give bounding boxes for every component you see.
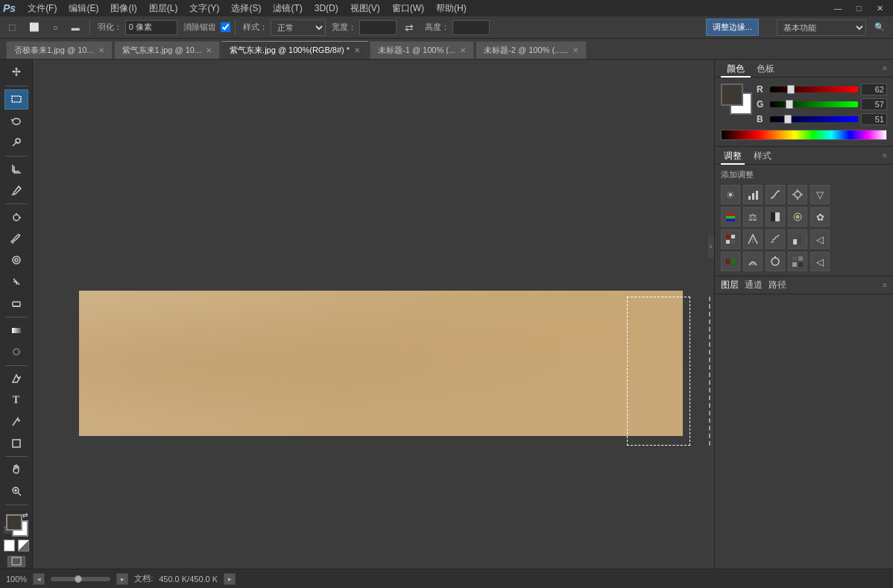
swap-colors[interactable]: ⇄ <box>22 511 28 519</box>
tab-1[interactable]: 紫气东来1.jpg @ 10... ✕ <box>114 41 221 59</box>
tab-2[interactable]: 紫气东来.jpg @ 100%(RGB/8#) * ✕ <box>221 41 368 59</box>
color-panel-collapse[interactable]: ≡ <box>883 64 887 72</box>
quickmask-mode[interactable] <box>18 540 29 551</box>
adj-hsl[interactable] <box>721 207 740 227</box>
zoom-tool[interactable] <box>4 481 28 502</box>
green-value[interactable] <box>861 98 887 110</box>
green-thumb[interactable] <box>786 100 793 109</box>
adj-vibrance[interactable]: ▽ <box>810 185 830 204</box>
adj-desaturate[interactable]: ◁ <box>810 252 830 271</box>
tab-3[interactable]: 未标题-1 @ 100% (... ✕ <box>370 41 474 59</box>
channels-tab[interactable]: 通道 <box>745 279 763 291</box>
menu-help[interactable]: 帮助(H) <box>430 0 473 16</box>
menu-view[interactable]: 视图(V) <box>344 0 386 16</box>
doc-info-arrow[interactable]: ▸ <box>224 573 236 585</box>
tab-0-close[interactable]: ✕ <box>98 46 104 54</box>
swap-wh-button[interactable]: ⇄ <box>400 19 419 37</box>
minimize-button[interactable]: — <box>827 0 848 16</box>
adj-colorbalance[interactable]: ⚖ <box>743 207 763 227</box>
anti-alias-checkbox[interactable] <box>221 22 230 32</box>
adj-shadows[interactable] <box>743 252 763 271</box>
adj-colorlookup[interactable] <box>721 230 740 249</box>
brush-tool[interactable] <box>4 229 28 249</box>
screen-mode[interactable] <box>7 556 25 567</box>
tool-options-rect[interactable]: ⬚ <box>3 19 21 37</box>
tool-options-ellipse[interactable]: ○ <box>48 19 63 37</box>
adj-curves[interactable] <box>766 185 785 204</box>
eyedropper-tool[interactable] <box>4 180 28 200</box>
red-slider[interactable] <box>770 86 858 92</box>
menu-image[interactable]: 图像(I) <box>104 0 142 16</box>
maximize-button[interactable]: □ <box>848 0 869 16</box>
shape-tool[interactable] <box>4 433 28 453</box>
adj-variations[interactable] <box>788 252 807 271</box>
swatches-tab[interactable]: 色板 <box>751 60 780 78</box>
tool-options-row[interactable]: ▬ <box>66 19 85 37</box>
move-tool[interactable] <box>4 63 28 83</box>
zoom-slider-thumb[interactable] <box>75 575 82 583</box>
fg-color-preview[interactable] <box>721 83 743 106</box>
blur-tool[interactable] <box>4 342 28 362</box>
path-select-tool[interactable] <box>4 411 28 431</box>
adj-panel-collapse[interactable]: ≡ <box>883 151 887 159</box>
foreground-color[interactable] <box>6 514 22 531</box>
height-input[interactable] <box>452 20 490 35</box>
color-tab[interactable]: 颜色 <box>721 60 751 78</box>
style-select[interactable]: 正常 固定比例 固定大小 <box>271 19 326 36</box>
tab-1-close[interactable]: ✕ <box>206 46 212 54</box>
gradient-tool[interactable] <box>4 320 28 341</box>
text-tool[interactable]: T <box>4 390 28 410</box>
menu-filter[interactable]: 滤镜(T) <box>267 0 308 16</box>
lasso-tool[interactable] <box>4 111 28 131</box>
layers-panel-collapse[interactable]: ≡ <box>883 281 887 289</box>
blue-value[interactable] <box>861 113 887 125</box>
pen-tool[interactable] <box>4 368 28 388</box>
menu-layer[interactable]: 图层(L) <box>143 0 184 16</box>
tool-options-rounded[interactable]: ⬜ <box>24 19 45 37</box>
styles-tab[interactable]: 样式 <box>751 147 774 165</box>
adj-gradient-map[interactable]: ◁ <box>810 230 830 249</box>
tab-0[interactable]: 否极泰来1.jpg @ 10... ✕ <box>6 41 113 59</box>
adj-posterize[interactable] <box>766 230 785 249</box>
history-brush-tool[interactable] <box>4 272 28 292</box>
feather-input[interactable] <box>125 20 177 35</box>
red-thumb[interactable] <box>787 85 795 94</box>
tab-4-close[interactable]: ✕ <box>572 46 578 54</box>
color-gradient-bar[interactable] <box>721 130 887 140</box>
eraser-tool[interactable] <box>4 294 28 314</box>
adj-threshold[interactable] <box>788 230 807 249</box>
paths-tab[interactable]: 路径 <box>769 279 786 291</box>
tab-2-close[interactable]: ✕ <box>354 46 360 54</box>
clone-tool[interactable] <box>4 250 28 271</box>
marquee-tool[interactable] <box>4 89 28 110</box>
layers-tab[interactable]: 图层 <box>721 279 739 291</box>
adj-exposure[interactable] <box>788 185 807 204</box>
adj-hdr-toning[interactable] <box>766 252 785 271</box>
search-button[interactable]: 🔍 <box>869 19 890 37</box>
menu-3d[interactable]: 3D(D) <box>309 0 344 16</box>
adj-selective-color[interactable] <box>721 252 740 271</box>
zoom-slider[interactable] <box>51 577 110 581</box>
adjust-edge-button[interactable]: 调整边缘... <box>706 19 759 36</box>
tab-3-close[interactable]: ✕ <box>460 46 466 54</box>
menu-window[interactable]: 窗口(W) <box>386 0 430 16</box>
adj-channelmixer[interactable]: ✿ <box>810 207 830 227</box>
canvas-area[interactable]: 紫 氣 東 來 歲 壬 酉 中 印 <box>33 60 714 569</box>
blue-slider[interactable] <box>770 116 858 122</box>
adj-brightness[interactable]: ☀ <box>721 185 740 204</box>
adj-photofilter[interactable] <box>788 207 807 227</box>
menu-select[interactable]: 选择(S) <box>225 0 267 16</box>
magic-wand-tool[interactable] <box>4 133 28 153</box>
menu-file[interactable]: 文件(F) <box>22 0 63 16</box>
crop-tool[interactable] <box>4 159 28 179</box>
tab-4[interactable]: 未标题-2 @ 100% (...... ✕ <box>476 41 587 59</box>
hand-tool[interactable] <box>4 460 28 480</box>
standard-mode[interactable] <box>4 540 15 551</box>
zoom-in-icon[interactable]: ▸ <box>116 573 128 585</box>
width-input[interactable] <box>359 20 397 35</box>
adj-bw[interactable] <box>766 207 785 227</box>
adj-levels[interactable] <box>743 185 763 204</box>
zoom-out-icon[interactable]: ◂ <box>33 573 45 585</box>
panel-collapse-handle[interactable]: › <box>707 235 714 258</box>
workspace-select[interactable]: 基本功能 <box>777 19 866 36</box>
